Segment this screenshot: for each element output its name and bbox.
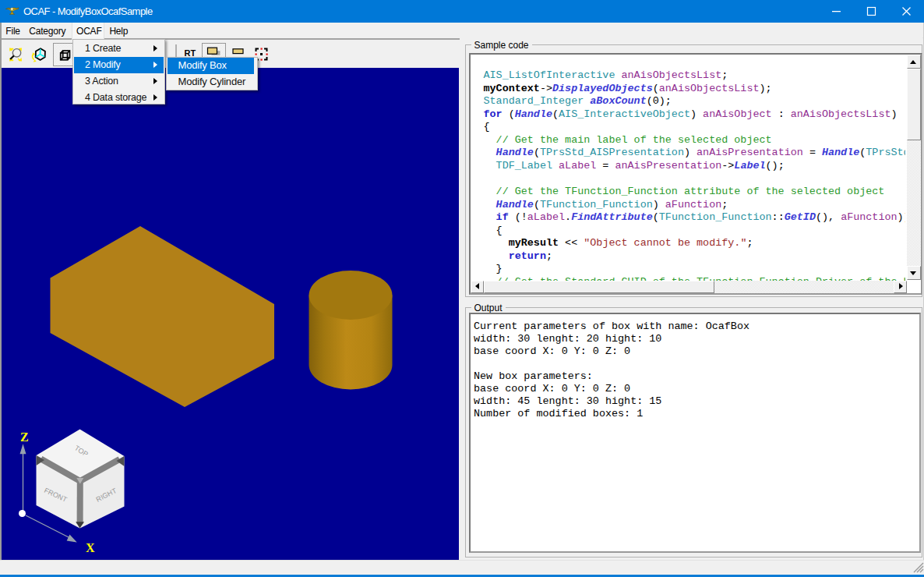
svg-text:Z: Z: [20, 430, 29, 444]
svg-text:X: X: [86, 541, 95, 554]
